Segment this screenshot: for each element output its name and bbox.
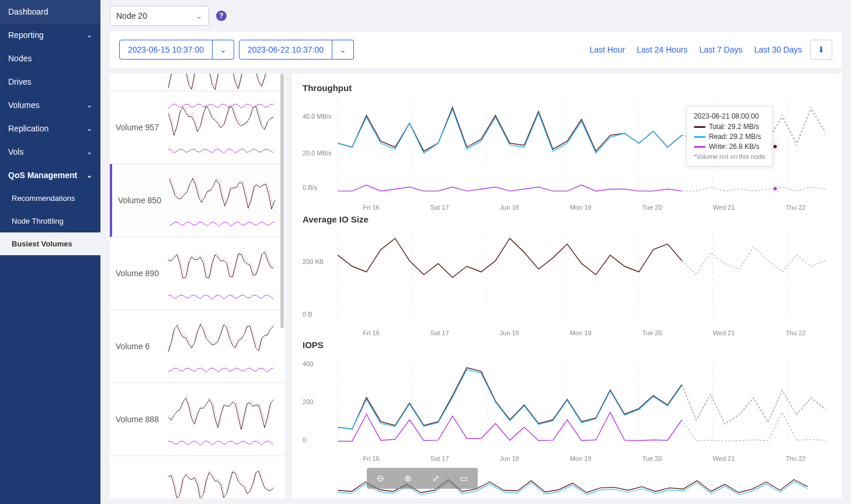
- volume-label: Volume 890: [116, 269, 162, 278]
- volume-list[interactable]: Volume 957 Volume 850 Volume 890 Volume …: [110, 74, 285, 498]
- volume-item[interactable]: Volume 957: [110, 91, 285, 164]
- tooltip-time: 2023-06-21 08:00:00: [694, 112, 765, 120]
- chevron-down-icon: ⌄: [196, 11, 203, 20]
- hover-dot-write: [772, 186, 778, 192]
- volume-item[interactable]: Volume 890: [110, 237, 285, 310]
- sidebar-item-reporting[interactable]: Reporting⌄: [0, 23, 100, 47]
- hover-dot-total: [772, 144, 778, 150]
- quick-last-24h[interactable]: Last 24 Hours: [633, 45, 691, 54]
- sidebar-item-busiest-volumes[interactable]: Busiest Volumes: [0, 232, 100, 255]
- chevron-down-icon: ⌄: [86, 31, 92, 39]
- volume-label: Volume 888: [116, 415, 162, 424]
- volume-item[interactable]: Volume 888: [110, 383, 285, 456]
- date-to[interactable]: 2023-06-22 10:37:00: [239, 40, 332, 60]
- chevron-down-icon: ⌄: [86, 124, 92, 133]
- date-toolbar: 2023-06-15 10:37:00 ⌄ 2023-06-22 10:37:0…: [110, 32, 842, 68]
- play-icon[interactable]: ▭: [460, 473, 468, 484]
- chevron-down-icon: ⌄: [86, 101, 92, 109]
- date-to-chevron[interactable]: ⌄: [332, 40, 354, 60]
- date-from[interactable]: 2023-06-15 10:37:00: [119, 40, 213, 60]
- sidebar-item-drives[interactable]: Drives: [0, 70, 100, 93]
- throughput-chart[interactable]: 40.0 MB/s 20.0 MB/s 0 B/s 2023-06-21 08:…: [303, 95, 831, 200]
- zoom-in-icon[interactable]: ⊕: [404, 473, 412, 484]
- date-from-box: 2023-06-15 10:37:00 ⌄: [119, 40, 234, 60]
- volume-label: Volume 850: [118, 196, 165, 205]
- scrollbar[interactable]: [280, 74, 284, 328]
- quick-last-7d[interactable]: Last 7 Days: [696, 45, 746, 54]
- volume-sparkline: [162, 317, 279, 376]
- volume-sparkline: [165, 171, 279, 230]
- download-button[interactable]: ⬇: [810, 40, 832, 60]
- chart-panel: Throughput 40.0 MB/s 20.0 MB/s 0 B/s 202…: [292, 74, 842, 498]
- volume-sparkline: [162, 244, 279, 303]
- chart-tooltip: 2023-06-21 08:00:00 Total: 29.2 MB/s Rea…: [686, 106, 773, 166]
- volume-sparkline: [162, 390, 279, 449]
- volume-item[interactable]: [110, 74, 285, 91]
- sidebar-item-volumes[interactable]: Volumes⌄: [0, 93, 100, 117]
- sidebar-item-dashboard[interactable]: Dashboard: [0, 0, 100, 23]
- sidebar-item-vols[interactable]: Vols⌄: [0, 140, 100, 164]
- zoom-out-icon[interactable]: ⊖: [377, 473, 384, 484]
- sidebar-item-replication[interactable]: Replication⌄: [0, 117, 100, 140]
- iops-title: IOPS: [303, 340, 831, 350]
- help-icon[interactable]: ?: [216, 11, 227, 21]
- zoom-strip[interactable]: ⊖ ⊕ ⤢ ▭: [303, 468, 831, 498]
- volume-label: Volume 6: [116, 342, 162, 351]
- expand-icon[interactable]: ⤢: [432, 473, 440, 484]
- zoom-controls: ⊖ ⊕ ⤢ ▭: [367, 468, 478, 489]
- volume-item[interactable]: Volume 6: [110, 310, 285, 383]
- avgio-x-axis: Fri 16Sat 17Jun 18Mon 19Tue 20Wed 21Thu …: [303, 329, 831, 336]
- sidebar-item-node-throttling[interactable]: Node Throttling: [0, 210, 100, 232]
- avgio-title: Average IO Size: [303, 214, 831, 224]
- chevron-down-icon: ⌄: [86, 148, 92, 156]
- volume-sparkline: [162, 463, 279, 498]
- volume-label: Volume 957: [116, 123, 162, 132]
- volume-item[interactable]: Volume 850: [110, 164, 285, 237]
- node-selector[interactable]: Node 20 ⌄: [110, 6, 209, 26]
- volume-item[interactable]: [110, 456, 285, 498]
- sidebar-item-nodes[interactable]: Nodes: [0, 47, 100, 70]
- chevron-down-icon: ⌄: [86, 171, 92, 179]
- avgio-chart[interactable]: 200 KB 0 B: [303, 227, 831, 326]
- throughput-x-axis: Fri 16Sat 17Jun 18Mon 19Tue 20Wed 21Thu …: [303, 204, 831, 211]
- throughput-title: Throughput: [303, 83, 831, 93]
- iops-x-axis: Fri 16Sat 17Jun 18Mon 19Tue 20Wed 21Thu …: [303, 455, 831, 462]
- date-from-chevron[interactable]: ⌄: [213, 40, 234, 60]
- date-to-box: 2023-06-22 10:37:00 ⌄: [239, 40, 354, 60]
- sidebar-item-qos[interactable]: QoS Management⌄: [0, 164, 100, 187]
- iops-chart[interactable]: 400 200 0: [303, 352, 831, 451]
- sidebar-item-recommendations[interactable]: Recommendations: [0, 187, 100, 210]
- quick-last-hour[interactable]: Last Hour: [586, 45, 628, 54]
- topbar: Node 20 ⌄ ?: [100, 0, 851, 32]
- volume-sparkline: [162, 98, 279, 157]
- download-icon: ⬇: [818, 45, 825, 54]
- quick-last-30d[interactable]: Last 30 Days: [751, 45, 805, 54]
- sidebar: Dashboard Reporting⌄ Nodes Drives Volume…: [0, 0, 100, 504]
